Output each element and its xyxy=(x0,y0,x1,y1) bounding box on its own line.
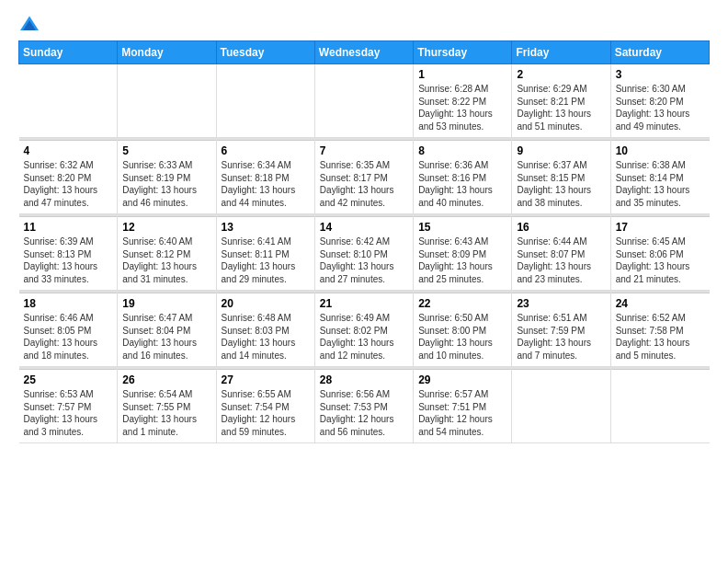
calendar-cell: 25Sunrise: 6:53 AM Sunset: 7:57 PM Dayli… xyxy=(19,370,118,443)
calendar-cell: 14Sunrise: 6:42 AM Sunset: 8:10 PM Dayli… xyxy=(314,217,413,291)
day-number: 26 xyxy=(122,373,210,386)
calendar-cell: 23Sunrise: 6:51 AM Sunset: 7:59 PM Dayli… xyxy=(512,293,610,367)
day-number: 8 xyxy=(418,144,506,157)
calendar-cell: 5Sunrise: 6:33 AM Sunset: 8:19 PM Daylig… xyxy=(118,141,216,214)
calendar-cell: 1Sunrise: 6:28 AM Sunset: 8:22 PM Daylig… xyxy=(414,64,512,138)
day-info: Sunrise: 6:44 AM Sunset: 8:07 PM Dayligh… xyxy=(517,236,605,285)
day-info: Sunrise: 6:42 AM Sunset: 8:10 PM Dayligh… xyxy=(320,236,408,285)
calendar-cell xyxy=(19,64,118,138)
calendar-cell: 3Sunrise: 6:30 AM Sunset: 8:20 PM Daylig… xyxy=(610,64,709,138)
calendar-cell: 2Sunrise: 6:29 AM Sunset: 8:21 PM Daylig… xyxy=(512,64,610,138)
day-number: 27 xyxy=(222,373,310,386)
day-info: Sunrise: 6:48 AM Sunset: 8:03 PM Dayligh… xyxy=(222,312,310,362)
day-info: Sunrise: 6:53 AM Sunset: 7:57 PM Dayligh… xyxy=(24,388,113,438)
calendar-cell: 29Sunrise: 6:57 AM Sunset: 7:51 PM Dayli… xyxy=(414,370,512,443)
calendar-cell xyxy=(314,64,413,138)
header-day-monday: Monday xyxy=(118,41,216,64)
day-info: Sunrise: 6:54 AM Sunset: 7:55 PM Dayligh… xyxy=(122,388,210,438)
day-number: 23 xyxy=(517,297,605,310)
calendar-cell xyxy=(216,64,314,138)
day-number: 3 xyxy=(616,68,705,81)
logo xyxy=(18,15,44,33)
day-info: Sunrise: 6:43 AM Sunset: 8:09 PM Dayligh… xyxy=(418,236,506,285)
calendar-cell: 17Sunrise: 6:45 AM Sunset: 8:06 PM Dayli… xyxy=(610,217,709,291)
calendar-cell: 4Sunrise: 6:32 AM Sunset: 8:20 PM Daylig… xyxy=(19,141,118,214)
day-info: Sunrise: 6:40 AM Sunset: 8:12 PM Dayligh… xyxy=(122,236,210,285)
day-info: Sunrise: 6:38 AM Sunset: 8:14 PM Dayligh… xyxy=(616,159,705,209)
day-number: 4 xyxy=(24,144,113,157)
day-number: 16 xyxy=(517,221,605,234)
calendar-cell: 13Sunrise: 6:41 AM Sunset: 8:11 PM Dayli… xyxy=(216,217,314,291)
header-day-sunday: Sunday xyxy=(19,41,118,64)
day-number: 14 xyxy=(320,221,408,234)
calendar-cell xyxy=(610,370,709,443)
calendar-cell: 22Sunrise: 6:50 AM Sunset: 8:00 PM Dayli… xyxy=(414,293,512,367)
header-day-saturday: Saturday xyxy=(610,41,709,64)
calendar-cell: 21Sunrise: 6:49 AM Sunset: 8:02 PM Dayli… xyxy=(314,293,413,367)
day-info: Sunrise: 6:47 AM Sunset: 8:04 PM Dayligh… xyxy=(122,312,210,362)
day-number: 29 xyxy=(418,373,506,386)
calendar-cell: 11Sunrise: 6:39 AM Sunset: 8:13 PM Dayli… xyxy=(19,217,118,291)
day-number: 7 xyxy=(320,144,408,157)
day-info: Sunrise: 6:32 AM Sunset: 8:20 PM Dayligh… xyxy=(24,159,113,209)
day-number: 19 xyxy=(122,297,210,310)
day-info: Sunrise: 6:52 AM Sunset: 7:58 PM Dayligh… xyxy=(616,312,705,362)
day-number: 28 xyxy=(320,373,408,386)
day-info: Sunrise: 6:49 AM Sunset: 8:02 PM Dayligh… xyxy=(320,312,408,362)
logo-icon xyxy=(18,15,40,33)
calendar-cell: 26Sunrise: 6:54 AM Sunset: 7:55 PM Dayli… xyxy=(118,370,216,443)
day-number: 20 xyxy=(222,297,310,310)
week-row-5: 25Sunrise: 6:53 AM Sunset: 7:57 PM Dayli… xyxy=(19,370,710,443)
calendar-cell: 24Sunrise: 6:52 AM Sunset: 7:58 PM Dayli… xyxy=(610,293,709,367)
header-row: SundayMondayTuesdayWednesdayThursdayFrid… xyxy=(19,41,710,64)
day-number: 17 xyxy=(616,221,705,234)
day-number: 9 xyxy=(517,144,605,157)
day-info: Sunrise: 6:30 AM Sunset: 8:20 PM Dayligh… xyxy=(616,83,705,132)
day-number: 13 xyxy=(222,221,310,234)
week-row-3: 11Sunrise: 6:39 AM Sunset: 8:13 PM Dayli… xyxy=(19,217,710,291)
day-number: 6 xyxy=(222,144,310,157)
day-number: 1 xyxy=(418,68,506,81)
day-number: 5 xyxy=(122,144,210,157)
week-row-2: 4Sunrise: 6:32 AM Sunset: 8:20 PM Daylig… xyxy=(19,141,710,214)
day-info: Sunrise: 6:56 AM Sunset: 7:53 PM Dayligh… xyxy=(320,388,408,438)
calendar-cell: 28Sunrise: 6:56 AM Sunset: 7:53 PM Dayli… xyxy=(314,370,413,443)
calendar-cell: 12Sunrise: 6:40 AM Sunset: 8:12 PM Dayli… xyxy=(118,217,216,291)
day-info: Sunrise: 6:41 AM Sunset: 8:11 PM Dayligh… xyxy=(222,236,310,285)
calendar-cell: 16Sunrise: 6:44 AM Sunset: 8:07 PM Dayli… xyxy=(512,217,610,291)
calendar-cell: 9Sunrise: 6:37 AM Sunset: 8:15 PM Daylig… xyxy=(512,141,610,214)
day-number: 21 xyxy=(320,297,408,310)
day-info: Sunrise: 6:29 AM Sunset: 8:21 PM Dayligh… xyxy=(517,83,605,132)
day-number: 25 xyxy=(24,373,113,386)
day-number: 24 xyxy=(616,297,705,310)
day-info: Sunrise: 6:33 AM Sunset: 8:19 PM Dayligh… xyxy=(122,159,210,209)
calendar-cell: 7Sunrise: 6:35 AM Sunset: 8:17 PM Daylig… xyxy=(314,141,413,214)
calendar-cell: 10Sunrise: 6:38 AM Sunset: 8:14 PM Dayli… xyxy=(610,141,709,214)
day-info: Sunrise: 6:50 AM Sunset: 8:00 PM Dayligh… xyxy=(418,312,506,362)
day-info: Sunrise: 6:35 AM Sunset: 8:17 PM Dayligh… xyxy=(320,159,408,209)
day-info: Sunrise: 6:57 AM Sunset: 7:51 PM Dayligh… xyxy=(418,388,506,438)
day-number: 11 xyxy=(24,221,113,234)
day-info: Sunrise: 6:34 AM Sunset: 8:18 PM Dayligh… xyxy=(222,159,310,209)
day-number: 22 xyxy=(418,297,506,310)
calendar-cell xyxy=(118,64,216,138)
calendar-cell: 18Sunrise: 6:46 AM Sunset: 8:05 PM Dayli… xyxy=(19,293,118,367)
calendar-cell: 27Sunrise: 6:55 AM Sunset: 7:54 PM Dayli… xyxy=(216,370,314,443)
day-info: Sunrise: 6:36 AM Sunset: 8:16 PM Dayligh… xyxy=(418,159,506,209)
day-info: Sunrise: 6:51 AM Sunset: 7:59 PM Dayligh… xyxy=(517,312,605,362)
header-day-thursday: Thursday xyxy=(414,41,512,64)
calendar-cell xyxy=(512,370,610,443)
calendar-cell: 6Sunrise: 6:34 AM Sunset: 8:18 PM Daylig… xyxy=(216,141,314,214)
day-info: Sunrise: 6:39 AM Sunset: 8:13 PM Dayligh… xyxy=(24,236,113,285)
week-row-1: 1Sunrise: 6:28 AM Sunset: 8:22 PM Daylig… xyxy=(19,64,710,138)
day-info: Sunrise: 6:46 AM Sunset: 8:05 PM Dayligh… xyxy=(24,312,113,362)
calendar-cell: 20Sunrise: 6:48 AM Sunset: 8:03 PM Dayli… xyxy=(216,293,314,367)
day-info: Sunrise: 6:28 AM Sunset: 8:22 PM Dayligh… xyxy=(418,83,506,132)
week-row-4: 18Sunrise: 6:46 AM Sunset: 8:05 PM Dayli… xyxy=(19,293,710,367)
day-number: 12 xyxy=(122,221,210,234)
day-number: 18 xyxy=(24,297,113,310)
day-number: 10 xyxy=(616,144,705,157)
calendar-cell: 19Sunrise: 6:47 AM Sunset: 8:04 PM Dayli… xyxy=(118,293,216,367)
day-number: 15 xyxy=(418,221,506,234)
calendar-cell: 8Sunrise: 6:36 AM Sunset: 8:16 PM Daylig… xyxy=(414,141,512,214)
